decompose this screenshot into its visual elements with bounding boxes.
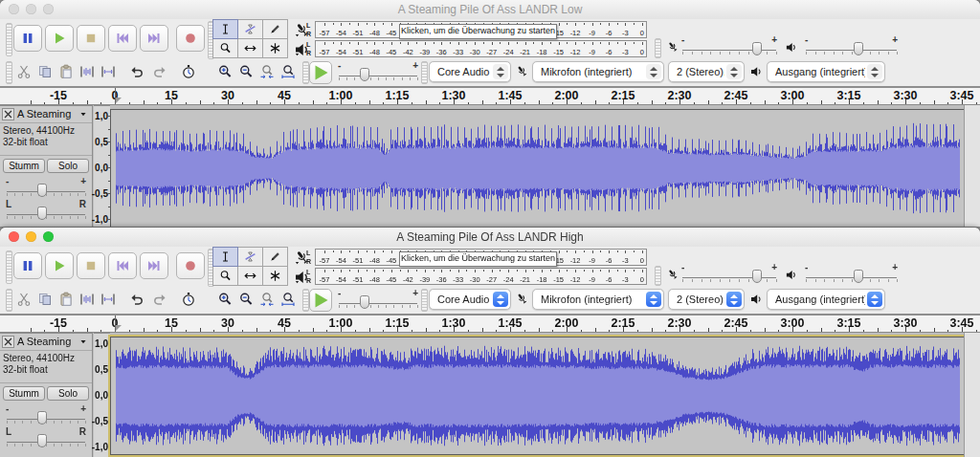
mixer-toolbar-grabber[interactable] bbox=[655, 38, 661, 58]
output-volume-slider[interactable]: -+ bbox=[805, 263, 898, 286]
window-titlebar[interactable]: A Steaming Pile Of Ass LANDR Low bbox=[0, 0, 980, 20]
track-menu-caret-icon[interactable] bbox=[78, 337, 88, 346]
paste-button[interactable] bbox=[56, 60, 77, 83]
transport-toolbar-grabber[interactable] bbox=[6, 23, 12, 56]
audio-host-select[interactable]: Core Audio bbox=[429, 289, 511, 310]
timeshift-tool-button[interactable] bbox=[237, 266, 263, 286]
multitool-tool-button[interactable] bbox=[262, 38, 288, 58]
draw-tool-button[interactable] bbox=[262, 247, 288, 267]
vertical-scrollbar[interactable] bbox=[964, 333, 980, 457]
play-at-speed-button[interactable] bbox=[309, 61, 332, 84]
input-volume-slider[interactable]: -+ bbox=[681, 263, 777, 286]
device-toolbar-grabber[interactable] bbox=[421, 61, 428, 84]
play-speed-slider[interactable]: -+ bbox=[338, 61, 418, 84]
draw-tool-button[interactable] bbox=[262, 19, 288, 39]
play-at-speed-button[interactable] bbox=[309, 289, 332, 312]
play-button[interactable] bbox=[45, 25, 74, 52]
zoom-in-button[interactable] bbox=[214, 60, 235, 83]
playback-meter[interactable]: L R -57-54-51-48-45-42-39-36-33-30-27-24… bbox=[290, 39, 648, 58]
waveform[interactable] bbox=[111, 110, 964, 227]
stopwatch-button[interactable] bbox=[178, 60, 199, 83]
zoom-tool-button[interactable] bbox=[212, 266, 238, 286]
copy-button[interactable] bbox=[34, 60, 56, 83]
input-channels-select[interactable]: 2 (Stereo)... bbox=[668, 61, 745, 82]
play-at-speed-grabber[interactable] bbox=[302, 289, 309, 312]
envelope-tool-button[interactable] bbox=[237, 247, 263, 267]
rewind-button[interactable] bbox=[108, 252, 137, 279]
mute-button[interactable]: Stumm bbox=[3, 159, 45, 173]
input-channels-select[interactable]: 2 (Stereo)... bbox=[668, 289, 745, 310]
timeshift-tool-button[interactable] bbox=[237, 38, 263, 58]
cut-button[interactable] bbox=[13, 60, 34, 83]
play-speed-slider[interactable]: -+ bbox=[338, 289, 418, 312]
slider-thumb[interactable] bbox=[37, 207, 47, 220]
trim-button[interactable] bbox=[77, 60, 98, 83]
record-button[interactable] bbox=[176, 252, 205, 279]
edit-toolbar-grabber[interactable] bbox=[6, 61, 12, 84]
pause-button[interactable] bbox=[13, 25, 42, 52]
timeline-ruler[interactable]: -1501530451:001:151:301:452:002:152:302:… bbox=[0, 86, 980, 105]
redo-button[interactable] bbox=[149, 288, 170, 311]
forward-button[interactable] bbox=[140, 252, 168, 279]
multitool-tool-button[interactable] bbox=[262, 266, 288, 286]
paste-button[interactable] bbox=[56, 288, 77, 311]
slider-thumb[interactable] bbox=[37, 184, 47, 197]
monitoring-tooltip[interactable]: Klicken, um die Überwachung zu starten bbox=[399, 251, 557, 267]
slider-thumb[interactable] bbox=[37, 434, 47, 447]
mute-button[interactable]: Stumm bbox=[3, 386, 45, 401]
output-device-select[interactable]: Ausgang (integriert) bbox=[767, 289, 885, 310]
play-at-speed-grabber[interactable] bbox=[302, 61, 309, 84]
zoom-selection-button[interactable] bbox=[256, 60, 278, 83]
slider-thumb[interactable] bbox=[752, 270, 762, 283]
zoom-selection-button[interactable] bbox=[256, 288, 278, 311]
redo-button[interactable] bbox=[149, 60, 170, 83]
zoom-out-button[interactable] bbox=[235, 60, 256, 83]
window-titlebar[interactable]: A Steaming Pile Of Ass LANDR High bbox=[0, 228, 980, 248]
vertical-scrollbar[interactable] bbox=[964, 105, 980, 227]
waveform[interactable] bbox=[111, 337, 964, 454]
edit-toolbar-grabber[interactable] bbox=[6, 289, 12, 312]
track-control-panel[interactable]: A Steaming Stereo, 44100Hz 32-bit float … bbox=[0, 333, 93, 457]
track-name[interactable]: A Steaming bbox=[17, 336, 71, 347]
undo-button[interactable] bbox=[126, 60, 147, 83]
input-device-select[interactable]: Mikrofon (integriert) bbox=[532, 61, 664, 82]
close-track-button[interactable] bbox=[2, 336, 14, 348]
zoom-out-button[interactable] bbox=[235, 288, 256, 311]
forward-button[interactable] bbox=[140, 25, 168, 52]
zoom-tool-button[interactable] bbox=[212, 38, 238, 58]
audio-host-select[interactable]: Core Audio bbox=[429, 61, 511, 82]
track-name[interactable]: A Steaming bbox=[17, 108, 71, 120]
solo-button[interactable]: Solo bbox=[47, 386, 89, 401]
rewind-button[interactable] bbox=[108, 25, 137, 52]
undo-button[interactable] bbox=[126, 288, 147, 311]
zoom-fit-button[interactable] bbox=[278, 60, 299, 83]
transport-toolbar-grabber[interactable] bbox=[6, 250, 12, 284]
input-volume-slider[interactable]: -+ bbox=[681, 35, 777, 58]
track-pan-slider[interactable]: LR bbox=[6, 200, 86, 223]
slider-thumb[interactable] bbox=[854, 42, 863, 55]
track-control-panel[interactable]: A Steaming Stereo, 44100Hz 32-bit float … bbox=[0, 105, 93, 227]
play-button[interactable] bbox=[45, 252, 74, 279]
stop-button[interactable] bbox=[77, 25, 105, 52]
silence-button[interactable] bbox=[98, 288, 119, 311]
slider-thumb[interactable] bbox=[37, 411, 47, 424]
vertical-scale-ruler[interactable]: 1,00,50,0-0,5-1,0 bbox=[94, 333, 110, 457]
device-toolbar-grabber[interactable] bbox=[421, 289, 428, 312]
selection-tool-button[interactable] bbox=[212, 247, 238, 267]
selection-tool-button[interactable] bbox=[212, 19, 238, 39]
stop-button[interactable] bbox=[77, 252, 105, 279]
slider-thumb[interactable] bbox=[854, 270, 863, 283]
slider-thumb[interactable] bbox=[360, 295, 369, 309]
track-gain-slider[interactable]: -+ bbox=[6, 177, 86, 200]
track-menu-caret-icon[interactable] bbox=[78, 110, 88, 119]
solo-button[interactable]: Solo bbox=[47, 159, 89, 173]
vertical-scale-ruler[interactable]: 1,00,50,0-0,5-1,0 bbox=[94, 105, 110, 227]
playback-meter[interactable]: L R -57-54-51-48-45-42-39-36-33-30-27-24… bbox=[290, 267, 648, 286]
cut-button[interactable] bbox=[13, 288, 34, 311]
track-gain-slider[interactable]: -+ bbox=[6, 404, 86, 427]
output-volume-slider[interactable]: -+ bbox=[805, 35, 898, 58]
copy-button[interactable] bbox=[34, 288, 56, 311]
output-device-select[interactable]: Ausgang (integriert) bbox=[767, 61, 885, 82]
input-device-select[interactable]: Mikrofon (integriert) bbox=[532, 289, 664, 310]
slider-thumb[interactable] bbox=[360, 68, 369, 81]
